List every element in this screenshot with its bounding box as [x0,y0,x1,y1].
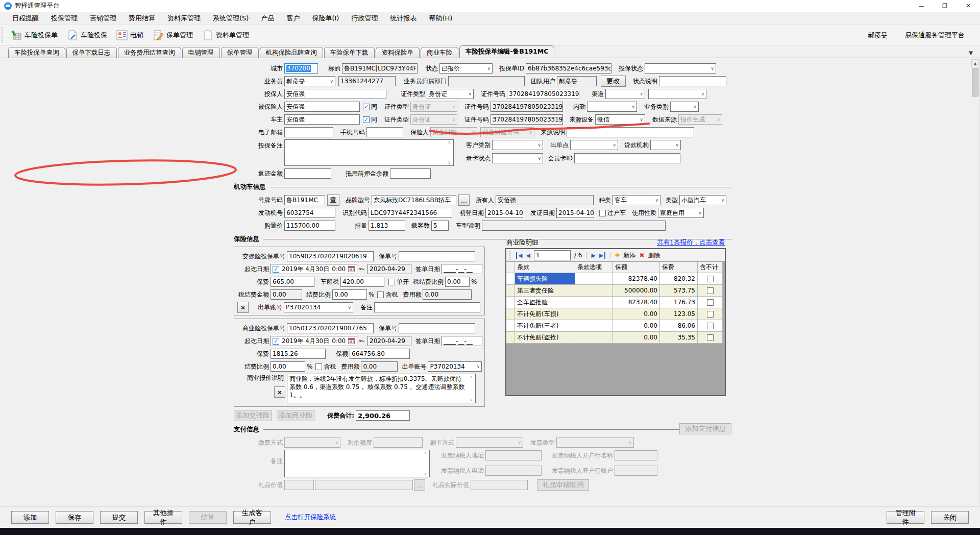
textarea-scroll-icon[interactable]: ∧∨ [468,375,475,402]
amount-cell[interactable]: 0.00 [613,320,660,332]
comp-date-checkbox[interactable]: ✓ [273,266,279,273]
deposit-input[interactable] [390,168,431,179]
tab-6[interactable]: 车险保单下载 [324,47,375,58]
menu-item[interactable]: 保险单(I) [306,12,345,25]
toolbar-policy-manage[interactable]: 保单管理 [148,25,198,45]
salesman-dept-input[interactable] [448,76,525,86]
displacement-input[interactable]: 1.813 [369,221,405,231]
row-selector[interactable] [506,273,515,285]
vtype-select[interactable]: 小型汽车∨ [679,195,726,205]
premium-cell[interactable]: 123.05 [660,308,698,320]
generate-customer-button[interactable]: 生成客户 [233,511,271,524]
same-owner-checkbox[interactable]: ✓ [363,116,370,123]
pay-note-textarea[interactable]: ∧∨ [284,450,430,477]
amount-cell[interactable]: 82378.40 [613,273,660,285]
comm-fee-amt-input[interactable]: 0.00 [361,361,398,372]
premium-cell[interactable]: 86.06 [660,320,698,332]
close-window-button[interactable]: ✕ [957,0,980,12]
tab-overflow-icon[interactable]: ▼ [969,50,973,56]
channel-sub-select[interactable]: ∨ [648,89,706,99]
team-user-input[interactable]: 郝彦旻 [557,76,597,86]
row-selector[interactable] [506,320,515,332]
status-select[interactable]: 已报价∨ [439,63,493,74]
applicant-id-type-select[interactable]: 身份证∨ [427,89,474,99]
submit-button[interactable]: 提交 [100,511,138,524]
insured-id-type-select[interactable]: 身份证∨ [410,102,457,112]
amount-cell[interactable]: 500000.00 [613,285,660,297]
invoice-type-select[interactable]: ∨ [556,437,634,448]
comm-end-date-input[interactable]: 2020-04-29 [368,336,411,346]
row-selector[interactable] [506,297,515,308]
vehicle-tax-input[interactable]: 420.00 [340,277,384,287]
salesman-select[interactable]: 郝彦旻∨ [284,76,335,86]
comm-amount-input[interactable]: 664756.80 [350,349,410,359]
seats-input[interactable]: 5 [431,221,449,231]
menu-item[interactable]: 产品 [255,12,280,25]
premium-cell[interactable]: 176.73 [660,297,698,308]
comm-remove-button[interactable]: × [274,386,285,398]
add-row-button[interactable]: 新添 [624,251,636,260]
data-source-select[interactable]: 报价生成∨ [678,114,722,125]
comp-start-date-picker[interactable]: ✓ 2019年 4月30日 0:00 ▾ [271,264,357,274]
scroll-up-icon[interactable]: ▲ [971,59,979,67]
single-invoice-checkbox[interactable] [388,279,395,285]
clause-cell[interactable]: 不计免赔(盗抢) [515,332,575,344]
plate-query-button[interactable]: 查 [327,194,339,206]
applicant-id-no-input[interactable]: 370284197805023319 [507,89,579,99]
amount-cell[interactable]: 0.00 [613,308,660,320]
delete-row-icon[interactable]: ✖ [640,252,645,259]
row-selector[interactable] [506,332,515,344]
apply-status-select[interactable]: ∨ [645,63,716,74]
include-cell[interactable] [698,273,723,285]
comp-remove-button[interactable]: × [237,302,249,313]
model-note-input[interactable] [482,221,666,231]
include-cell[interactable] [698,285,723,297]
clause-include-checkbox[interactable] [707,334,714,341]
tab-3[interactable]: 电销管理 [182,47,220,58]
brand-input[interactable]: 东风标致DC7186LSBB轿车 [372,195,456,205]
prev-page-icon[interactable]: ◀ [526,252,530,259]
gift-value-input[interactable] [284,480,314,490]
internal-select[interactable]: ∨ [587,102,637,112]
save-button[interactable]: 保存 [56,511,93,524]
comm-policy-no-input[interactable] [399,323,475,333]
tab-4[interactable]: 保单管理 [221,47,259,58]
price-input[interactable]: 115700.00 [284,221,335,231]
customer-type-select[interactable]: ∨ [492,140,543,150]
manage-attachments-button[interactable]: 管理附件 [887,511,924,524]
toolbar-telesales[interactable]: 电销 [112,25,148,45]
card-method-select[interactable]: ∨ [456,437,523,448]
member-id-input[interactable] [574,153,680,163]
tax-included-checkbox[interactable] [377,291,384,298]
clause-option-cell[interactable] [575,273,613,285]
table-row[interactable]: 全车盗抢险82378.40176.73 [506,297,725,308]
last-page-icon[interactable]: ▶ [599,252,605,259]
comm-date-checkbox[interactable]: ✓ [273,338,279,345]
menu-item[interactable]: 日程提醒 [6,12,45,25]
scrollbar-thumb[interactable] [972,68,978,96]
page-input[interactable]: 1 [534,250,571,260]
tab-8[interactable]: 商业车险 [421,47,458,58]
same-insured-checkbox[interactable]: ✓ [363,104,370,110]
card-status-select[interactable]: ∨ [492,153,543,163]
menu-item[interactable]: 营销管理 [84,12,122,25]
tax-bank-input[interactable] [615,450,657,460]
comp-app-no-input[interactable]: 10590237020219020619 [287,251,374,261]
source-note-input[interactable] [567,127,694,137]
comm-sign-date-input[interactable]: ____-__-__ [442,336,482,346]
amount-cell[interactable]: 82378.40 [613,297,660,308]
clause-cell[interactable]: 车辆损失险 [515,273,575,285]
row-selector[interactable] [506,308,515,320]
email-input[interactable] [284,127,333,137]
maximize-button[interactable]: ❐ [933,0,957,12]
table-row[interactable]: 不计免赔(三者)0.0086.06 [506,320,725,332]
comp-end-date-input[interactable]: 2020-04-29 [368,264,411,274]
comp-policy-no-input[interactable] [399,251,475,261]
comp-fee-rate-input[interactable]: 0.00 [332,289,367,300]
tax-included-checkbox[interactable] [315,363,322,370]
add-button[interactable]: 添加 [11,511,49,524]
clause-cell[interactable]: 第三者责任险 [515,285,575,297]
table-row[interactable]: 车辆损失险82378.40820.32 [506,273,725,285]
add-row-icon[interactable]: ✚ [615,252,620,259]
comm-premium-input[interactable]: 1815.26 [271,349,326,359]
